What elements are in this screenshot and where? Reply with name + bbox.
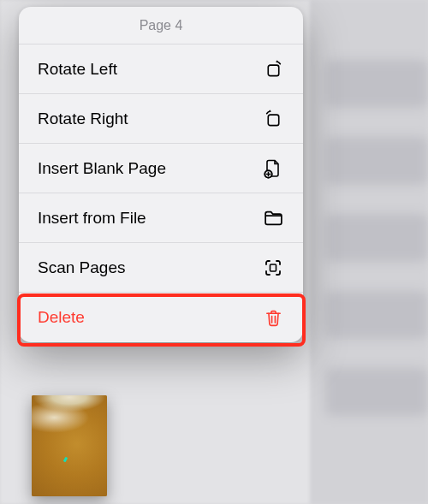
rotate-right-icon xyxy=(262,108,284,130)
menu-item-label: Rotate Right xyxy=(38,110,128,128)
trash-icon xyxy=(262,306,284,329)
context-menu-header: Page 4 xyxy=(19,7,303,44)
menu-item-rotate-left[interactable]: Rotate Left xyxy=(19,44,303,94)
menu-item-insert-blank-page[interactable]: Insert Blank Page xyxy=(19,144,303,193)
svg-rect-0 xyxy=(268,65,278,75)
menu-item-insert-from-file[interactable]: Insert from File xyxy=(19,193,303,243)
folder-icon xyxy=(262,207,284,229)
svg-rect-1 xyxy=(268,115,278,125)
menu-item-label: Scan Pages xyxy=(38,258,125,277)
thumbnail-image xyxy=(32,395,107,496)
menu-item-label: Insert from File xyxy=(38,209,146,228)
menu-item-label: Delete xyxy=(38,308,85,327)
scan-icon xyxy=(262,257,284,279)
menu-item-scan-pages[interactable]: Scan Pages xyxy=(19,243,303,293)
page-title: Page 4 xyxy=(140,18,183,33)
context-menu: Page 4 Rotate Left Rotate Right Insert B… xyxy=(19,7,303,342)
menu-item-delete[interactable]: Delete xyxy=(19,293,303,342)
menu-item-label: Insert Blank Page xyxy=(38,159,166,178)
menu-item-rotate-right[interactable]: Rotate Right xyxy=(19,94,303,144)
menu-item-label: Rotate Left xyxy=(38,60,117,79)
insert-page-icon xyxy=(262,157,284,180)
rotate-left-icon xyxy=(262,58,284,80)
page-thumbnail[interactable] xyxy=(32,395,107,496)
svg-rect-4 xyxy=(270,264,276,271)
